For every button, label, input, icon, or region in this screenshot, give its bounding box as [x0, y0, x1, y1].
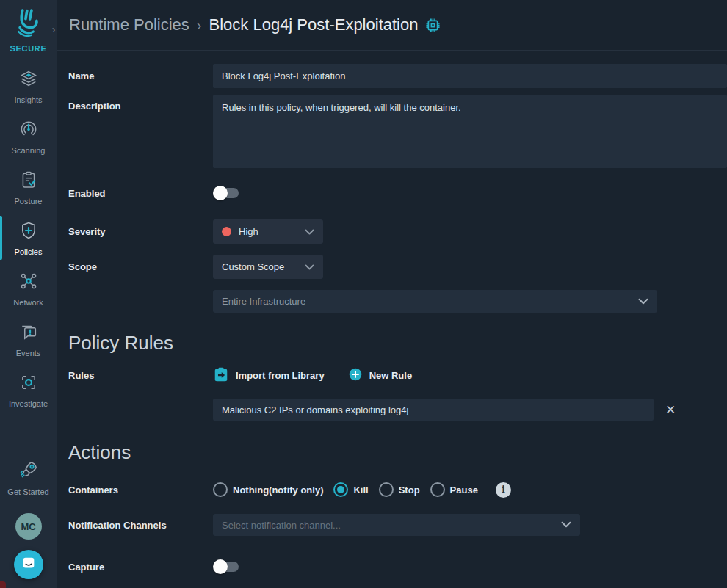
scope-target-select[interactable]: Entire Infrastructure — [213, 290, 657, 313]
rules-label: Rules — [68, 370, 213, 381]
chevron-down-icon — [305, 261, 314, 274]
description-textarea[interactable]: Rules in this policy, when triggered, wi… — [213, 95, 727, 168]
scope-value: Custom Scope — [222, 261, 284, 272]
notification-channel-placeholder: Select notification channel... — [222, 520, 341, 531]
enabled-label: Enabled — [68, 188, 213, 199]
scope-row: Scope Custom Scope — [57, 255, 727, 279]
radio-kill[interactable]: Kill — [333, 482, 368, 497]
chevron-down-icon — [638, 295, 648, 308]
breadcrumb-runtime-policies[interactable]: Runtime Policies — [69, 15, 189, 35]
notification-badge-sliver — [0, 581, 6, 588]
name-input[interactable] — [213, 64, 727, 88]
sidebar-item-label: Events — [16, 349, 41, 357]
actions-section-title: Actions — [57, 441, 727, 464]
clipboard-check-icon — [18, 170, 39, 193]
chat-bubble-icon — [21, 555, 37, 574]
sidebar-item-investigate[interactable]: Investigate — [0, 367, 57, 413]
sidebar-item-label: Investigate — [9, 399, 48, 408]
radio-nothing-notify-only[interactable]: Nothing(notify only) — [213, 482, 323, 497]
sidebar-expand-chevron-icon[interactable]: › — [52, 23, 56, 35]
network-nodes-icon — [18, 271, 39, 294]
capture-label: Capture — [68, 562, 213, 573]
sidebar-item-scanning[interactable]: Scanning — [0, 114, 57, 159]
description-row: Description Rules in this policy, when t… — [57, 95, 727, 168]
capture-toggle[interactable] — [213, 559, 240, 574]
sidebar-item-events[interactable]: Events — [0, 316, 57, 362]
policy-rules-section-title: Policy Rules — [57, 332, 727, 355]
severity-label: Severity — [68, 226, 213, 237]
radio-circle — [213, 482, 228, 497]
app-window: › SECURE Insights — [0, 0, 727, 588]
scope-label: Scope — [68, 261, 213, 272]
severity-value: High — [239, 226, 258, 237]
name-label: Name — [68, 70, 213, 81]
radio-pause[interactable]: Pause — [430, 482, 478, 497]
rule-item-row: Malicious C2 IPs or domains exploiting l… — [57, 399, 727, 421]
radio-circle — [430, 482, 445, 497]
name-row: Name — [57, 64, 727, 88]
notification-channels-row: Notification Channels Select notificatio… — [57, 514, 727, 536]
support-chat-button[interactable] — [14, 550, 43, 579]
sidebar-logo[interactable]: › SECURE — [10, 6, 46, 53]
policy-form: Name Description Rules in this policy, w… — [57, 51, 727, 588]
severity-select[interactable]: High — [213, 219, 323, 244]
enabled-toggle[interactable] — [213, 186, 240, 200]
new-rule-button[interactable]: New Rule — [348, 367, 413, 384]
remove-rule-icon[interactable]: ✕ — [665, 404, 676, 416]
page-title: Block Log4j Post-Exploitation — [209, 15, 419, 35]
radio-circle — [333, 482, 348, 497]
notification-channels-label: Notification Channels — [68, 520, 213, 531]
sidebar: › SECURE Insights — [0, 0, 57, 588]
gauge-icon — [18, 119, 39, 142]
sidebar-item-label: Policies — [15, 247, 43, 256]
enabled-row: Enabled — [57, 184, 727, 202]
rocket-icon — [18, 459, 40, 484]
new-rule-label: New Rule — [369, 370, 413, 381]
severity-high-dot — [222, 227, 231, 236]
plus-circle-icon — [348, 367, 363, 384]
focus-frame-icon — [18, 372, 39, 396]
import-library-icon — [213, 366, 229, 385]
description-label: Description — [68, 95, 213, 112]
sidebar-item-label: Network — [13, 298, 43, 307]
cpu-chip-icon — [425, 18, 441, 33]
brand-label: SECURE — [10, 44, 46, 53]
containers-label: Containers — [68, 484, 213, 496]
info-icon[interactable]: i — [496, 482, 511, 498]
sidebar-item-network[interactable]: Network — [0, 266, 57, 311]
radio-circle — [379, 482, 394, 497]
capture-row: Capture — [57, 558, 727, 576]
user-avatar[interactable]: MC — [15, 513, 42, 540]
notification-channel-select[interactable]: Select notification channel... — [213, 514, 580, 536]
sidebar-item-get-started[interactable]: Get Started — [0, 454, 57, 501]
sysdig-dig-logo-icon — [11, 6, 45, 43]
import-from-library-label: Import from Library — [236, 370, 325, 381]
sidebar-item-label: Scanning — [12, 146, 46, 155]
containers-row: Containers Nothing(notify only) Kill Sto… — [57, 482, 727, 498]
scope-target-row: Entire Infrastructure — [57, 290, 727, 313]
chevron-down-icon — [561, 518, 571, 531]
radio-stop[interactable]: Stop — [379, 482, 420, 497]
toggle-knob — [213, 559, 228, 574]
import-from-library-button[interactable]: Import from Library — [213, 366, 325, 385]
scope-select[interactable]: Custom Scope — [213, 255, 323, 279]
page-header: Runtime Policies › Block Log4j Post-Expl… — [57, 0, 727, 51]
breadcrumb-separator: › — [197, 17, 202, 34]
layers-icon — [18, 68, 39, 92]
rules-row: Rules Import from Library — [57, 366, 727, 385]
toggle-knob — [213, 186, 228, 200]
chevron-down-icon — [305, 225, 314, 239]
scope-target-value: Entire Infrastructure — [222, 296, 305, 307]
sidebar-item-label: Posture — [15, 197, 43, 206]
main-panel: Runtime Policies › Block Log4j Post-Expl… — [57, 0, 727, 588]
shield-plus-icon — [18, 220, 39, 244]
sidebar-item-label: Get Started — [7, 487, 48, 496]
rule-item[interactable]: Malicious C2 IPs or domains exploiting l… — [213, 399, 654, 421]
sidebar-item-label: Insights — [15, 95, 43, 104]
severity-row: Severity High — [57, 219, 727, 244]
chat-alert-icon — [18, 322, 39, 345]
sidebar-item-insights[interactable]: Insights — [0, 63, 57, 109]
sidebar-item-policies[interactable]: Policies — [0, 215, 57, 261]
sidebar-item-posture[interactable]: Posture — [0, 164, 57, 210]
